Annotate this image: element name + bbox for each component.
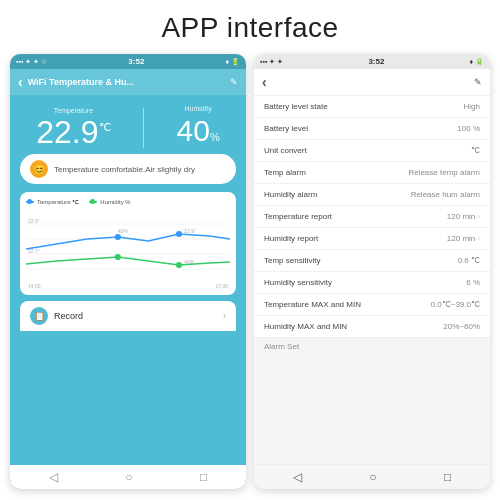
left-phone-screen: ▪▪▪ ✦ ✦ ☆ 3:52 ♦ 🔋 ‹ WiFi Temperature & …: [10, 54, 246, 489]
right-status-bar: ▪▪▪ ✦ ✦ 3:52 ♦ 🔋: [254, 54, 490, 69]
temp-humidity-divider: [143, 108, 144, 148]
svg-point-6: [115, 254, 121, 260]
humidity-value: 40%: [177, 114, 220, 148]
right-nav-back-icon[interactable]: ◁: [293, 470, 302, 484]
left-bottom-nav: ◁ ○ □: [10, 465, 246, 489]
settings-item-temp-sensitivity[interactable]: Temp sensitivity 0.6 ℃: [254, 250, 490, 272]
record-area[interactable]: 📋 Record ›: [20, 301, 236, 331]
left-nav-back-icon[interactable]: ◁: [49, 470, 58, 484]
legend-humidity: Humidity %: [89, 198, 130, 205]
settings-value-unit-convert: ℃: [471, 146, 480, 155]
settings-item-battery-level[interactable]: Battery level 100 %: [254, 118, 490, 140]
settings-label-temp-maxmin: Temperature MAX and MIN: [264, 300, 361, 309]
svg-point-4: [115, 234, 121, 240]
left-status-signal: ▪▪▪ ✦ ✦ ☆: [16, 58, 47, 66]
settings-label-hum-maxmin: Humidity MAX and MIN: [264, 322, 347, 331]
left-nav-home-icon[interactable]: ○: [125, 470, 132, 484]
settings-value-battery-level: 100 %: [457, 124, 480, 133]
comfort-icon: 😊: [30, 160, 48, 178]
settings-value-temp-maxmin: 0.0℃~39.0℃: [431, 300, 480, 309]
settings-value-hum-sensitivity: 6 %: [466, 278, 480, 287]
page-title: APP interface: [0, 0, 500, 54]
legend-temp-icon: [26, 201, 34, 203]
alarm-set-section: Alarm Set: [254, 338, 490, 353]
screens-container: ▪▪▪ ✦ ✦ ☆ 3:52 ♦ 🔋 ‹ WiFi Temperature & …: [0, 54, 500, 489]
left-nav-recent-icon[interactable]: □: [200, 470, 207, 484]
right-status-time: 3:52: [368, 57, 384, 66]
record-arrow-icon: ›: [223, 311, 226, 321]
right-nav-recent-icon[interactable]: □: [444, 470, 451, 484]
settings-value-temp-sensitivity: 0.6 ℃: [458, 256, 480, 265]
settings-label-hum-sensitivity: Humidity sensitivity: [264, 278, 332, 287]
settings-item-temp-report[interactable]: Temperature report 120 min ›: [254, 206, 490, 228]
settings-value-hum-maxmin: 20%~60%: [443, 322, 480, 331]
humidity-label: Humidity: [177, 105, 220, 112]
chart-x-label-end: 17:00: [215, 283, 228, 289]
right-nav-home-icon[interactable]: ○: [369, 470, 376, 484]
left-status-right: ♦ 🔋: [225, 58, 240, 66]
settings-label-hum-alarm: Humidity alarm: [264, 190, 317, 199]
record-label: Record: [54, 311, 83, 321]
comfort-text: Temperature comfortable.Air slightly dry: [54, 165, 195, 174]
settings-label-unit-convert: Unit convert: [264, 146, 307, 155]
svg-text:40%: 40%: [184, 259, 195, 265]
left-status-bar: ▪▪▪ ✦ ✦ ☆ 3:52 ♦ 🔋: [10, 54, 246, 69]
settings-arrow-hum-report: ›: [477, 234, 480, 243]
right-status-right: ♦ 🔋: [469, 58, 484, 66]
settings-value-hum-alarm: Release hum alarm: [411, 190, 480, 199]
settings-label-battery-level: Battery level: [264, 124, 308, 133]
temperature-label: Temperature: [36, 107, 110, 114]
settings-value-hum-report: 120 min ›: [447, 234, 480, 243]
comfort-box: 😊 Temperature comfortable.Air slightly d…: [20, 154, 236, 184]
settings-label-temp-sensitivity: Temp sensitivity: [264, 256, 320, 265]
left-edit-button[interactable]: ✎: [230, 77, 238, 87]
left-back-button[interactable]: ‹: [18, 74, 23, 90]
record-left: 📋 Record: [30, 307, 83, 325]
settings-item-hum-maxmin[interactable]: Humidity MAX and MIN 20%~60%: [254, 316, 490, 338]
chart-svg: 22.9° 22.7° 22.9° 40% 40%: [26, 209, 230, 279]
legend-hum-icon: [89, 201, 97, 203]
settings-label-temp-alarm: Temp alarm: [264, 168, 306, 177]
chart-x-label-start: 14:00: [28, 283, 41, 289]
temperature-block: Temperature 22.9℃: [36, 107, 110, 148]
settings-item-hum-report[interactable]: Humidity report 120 min ›: [254, 228, 490, 250]
svg-point-7: [176, 262, 182, 268]
svg-text:22.9°: 22.9°: [28, 218, 40, 224]
right-edit-button[interactable]: ✎: [474, 77, 482, 87]
settings-item-battery-state[interactable]: Battery level state High: [254, 96, 490, 118]
settings-value-battery-state: High: [464, 102, 480, 111]
settings-label-battery-state: Battery level state: [264, 102, 328, 111]
svg-text:22.9°: 22.9°: [184, 228, 196, 234]
settings-item-hum-alarm[interactable]: Humidity alarm Release hum alarm: [254, 184, 490, 206]
right-phone-screen: ▪▪▪ ✦ ✦ 3:52 ♦ 🔋 ‹ ✎ Battery level state…: [254, 54, 490, 489]
settings-value-temp-alarm: Release temp alarm: [408, 168, 480, 177]
record-icon: 📋: [30, 307, 48, 325]
temperature-value: 22.9℃: [36, 116, 110, 148]
left-status-time: 3:52: [128, 57, 144, 66]
svg-text:40%: 40%: [118, 228, 129, 234]
right-nav-bar: ‹ ✎: [254, 69, 490, 96]
legend-hum-label: Humidity %: [100, 199, 130, 205]
settings-arrow-temp-report: ›: [477, 212, 480, 221]
settings-label-hum-report: Humidity report: [264, 234, 318, 243]
left-nav-bar: ‹ WiFi Temperature & Hu... ✎: [10, 69, 246, 95]
settings-list: Battery level state High Battery level 1…: [254, 96, 490, 353]
settings-item-temp-maxmin[interactable]: Temperature MAX and MIN 0.0℃~39.0℃: [254, 294, 490, 316]
legend-temperature: Temperature ℃: [26, 198, 79, 205]
right-bottom-nav: ◁ ○ □: [254, 464, 490, 489]
chart-area: Temperature ℃ Humidity %: [20, 192, 236, 295]
settings-item-temp-alarm[interactable]: Temp alarm Release temp alarm: [254, 162, 490, 184]
humidity-block: Humidity 40%: [177, 105, 220, 148]
settings-label-temp-report: Temperature report: [264, 212, 332, 221]
settings-item-hum-sensitivity[interactable]: Humidity sensitivity 6 %: [254, 272, 490, 294]
settings-item-unit-convert[interactable]: Unit convert ℃: [254, 140, 490, 162]
settings-value-temp-report: 120 min ›: [447, 212, 480, 221]
right-back-button[interactable]: ‹: [262, 74, 267, 90]
chart-legend: Temperature ℃ Humidity %: [26, 198, 230, 205]
svg-text:22.7°: 22.7°: [28, 248, 40, 254]
right-status-signal: ▪▪▪ ✦ ✦: [260, 58, 283, 66]
svg-point-5: [176, 231, 182, 237]
left-main-content: Temperature 22.9℃ Humidity 40% 😊 Tempera…: [10, 95, 246, 341]
legend-temp-label: Temperature ℃: [37, 198, 79, 205]
temp-humidity-row: Temperature 22.9℃ Humidity 40%: [20, 105, 236, 148]
